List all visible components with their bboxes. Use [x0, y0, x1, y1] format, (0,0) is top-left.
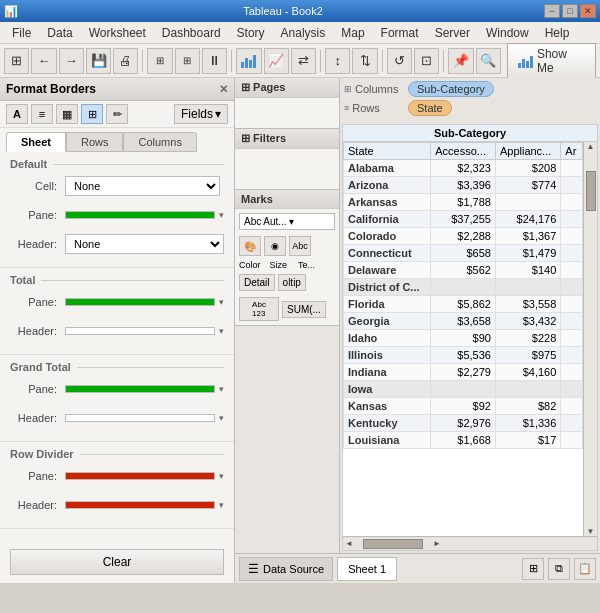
rows-pill[interactable]: State [408, 100, 452, 116]
pane-arrow-4[interactable]: ▾ [219, 471, 224, 481]
abc123-label: Abc123 [252, 300, 266, 318]
header-arrow-2[interactable]: ▾ [219, 326, 224, 336]
pin-button[interactable]: 📌 [448, 48, 473, 74]
sum-text-btn[interactable]: SUM(... [282, 301, 326, 318]
tab-rows[interactable]: Rows [66, 132, 124, 152]
swap-button[interactable]: ⇄ [291, 48, 316, 74]
cell-dropdown[interactable]: None [65, 176, 220, 196]
default-pane-row: Pane: ▾ [10, 203, 224, 227]
redo-button[interactable]: ⊞ [175, 48, 200, 74]
vertical-scrollbar[interactable]: ▲ ▼ [583, 142, 597, 536]
view-button[interactable]: 🔍 [476, 48, 501, 74]
header-control-1: None [65, 234, 224, 254]
font-btn[interactable]: A [6, 104, 28, 124]
bar-chart-button[interactable] [236, 48, 261, 74]
tab-columns[interactable]: Columns [123, 132, 196, 152]
lines-btn[interactable]: ✏ [106, 104, 128, 124]
tab-sheet[interactable]: Sheet [6, 132, 66, 152]
line-chart-button[interactable]: 📈 [264, 48, 289, 74]
col-art: Ar [561, 143, 583, 160]
sum-btn[interactable]: Abc123 [239, 297, 279, 321]
menu-analysis[interactable]: Analysis [273, 24, 334, 42]
fields-dropdown[interactable]: Fields ▾ [174, 104, 228, 124]
tooltip-label: oltip [283, 277, 301, 288]
tooltip-btn[interactable]: oltip [278, 274, 306, 291]
menu-dashboard[interactable]: Dashboard [154, 24, 229, 42]
pause-button[interactable]: ⏸ [202, 48, 227, 74]
refresh-button[interactable]: ↺ [387, 48, 412, 74]
menu-worksheet[interactable]: Worksheet [81, 24, 154, 42]
menu-window[interactable]: Window [478, 24, 537, 42]
scroll-down-arrow[interactable]: ▼ [587, 527, 595, 536]
col-accessories: Accesso... [431, 143, 496, 160]
shading-btn[interactable]: ▦ [56, 104, 78, 124]
print-button[interactable]: 🖨 [113, 48, 138, 74]
new-button[interactable]: ⊞ [4, 48, 29, 74]
scroll-thumb[interactable] [586, 171, 596, 211]
marks-panel: Marks Abc Aut... ▾ 🎨 [235, 190, 339, 326]
header-arrow-4[interactable]: ▾ [219, 500, 224, 510]
h-scroll-thumb[interactable] [363, 539, 423, 549]
table-row: Arkansas$1,788 [344, 194, 583, 211]
menu-server[interactable]: Server [427, 24, 478, 42]
duplicate-sheet-btn[interactable]: ⧉ [548, 558, 570, 580]
menu-map[interactable]: Map [333, 24, 372, 42]
columns-pill[interactable]: Sub-Category [408, 81, 494, 97]
sum-row: Abc123 SUM(... [239, 297, 335, 321]
filters-content [235, 149, 339, 189]
sheet-area: ⊞ Columns Sub-Category ≡ Rows [340, 78, 600, 553]
close-button[interactable]: ✕ [580, 4, 596, 18]
pane-color-1[interactable] [65, 211, 215, 219]
pane-arrow-2[interactable]: ▾ [219, 297, 224, 307]
sheet-1-tab[interactable]: Sheet 1 [337, 557, 397, 581]
horizontal-scrollbar[interactable]: ◄ ► [343, 536, 597, 550]
forward-button[interactable]: → [59, 48, 84, 74]
sort2-button[interactable]: ⇅ [352, 48, 377, 74]
size-btn[interactable]: ◉ [264, 236, 286, 256]
pane-arrow-3[interactable]: ▾ [219, 384, 224, 394]
menu-format[interactable]: Format [373, 24, 427, 42]
header-arrow-3[interactable]: ▾ [219, 413, 224, 423]
header-dropdown-1[interactable]: None [65, 234, 224, 254]
sort-button[interactable]: ↕ [325, 48, 350, 74]
back-button[interactable]: ← [31, 48, 56, 74]
align-btn[interactable]: ≡ [31, 104, 53, 124]
color-btn[interactable]: 🎨 [239, 236, 261, 256]
scroll-right-arrow[interactable]: ► [433, 539, 441, 548]
scroll-up-arrow[interactable]: ▲ [587, 142, 595, 151]
marks-type-btn[interactable]: Abc Aut... ▾ [239, 213, 335, 230]
border-btn[interactable]: ⊞ [81, 104, 103, 124]
paste-sheet-btn[interactable]: 📋 [574, 558, 596, 580]
text-btn[interactable]: Abc [289, 236, 311, 256]
save-button[interactable]: 💾 [86, 48, 111, 74]
menu-help[interactable]: Help [537, 24, 578, 42]
color-label: Color [239, 260, 261, 270]
minimize-button[interactable]: − [544, 4, 560, 18]
undo-button[interactable]: ⊞ [147, 48, 172, 74]
maximize-button[interactable]: □ [562, 4, 578, 18]
menu-file[interactable]: File [4, 24, 39, 42]
show-me-button[interactable]: Show Me [507, 43, 596, 79]
columns-label: Columns [355, 83, 398, 95]
pane-color-3[interactable] [65, 385, 215, 393]
format-panel-close[interactable]: ✕ [219, 83, 228, 96]
stop-button[interactable]: ⊡ [414, 48, 439, 74]
menu-story[interactable]: Story [229, 24, 273, 42]
state-cell: District of C... [344, 279, 431, 296]
menu-data[interactable]: Data [39, 24, 80, 42]
pane-control-1: ▾ [65, 210, 224, 220]
detail-btn[interactable]: Detail [239, 274, 275, 291]
header-color-4[interactable] [65, 501, 215, 509]
format-panel-toolbar: A ≡ ▦ ⊞ ✏ Fields ▾ [0, 101, 234, 128]
abc-icon: Abc [244, 216, 261, 227]
accessories-cell: $92 [431, 398, 496, 415]
pane-arrow-1[interactable]: ▾ [219, 210, 224, 220]
pane-color-4[interactable] [65, 472, 215, 480]
appliances-cell: $82 [495, 398, 560, 415]
data-source-tab[interactable]: ☰ Data Source [239, 557, 333, 581]
clear-button[interactable]: Clear [10, 549, 224, 575]
pane-color-2[interactable] [65, 298, 215, 306]
row-div-pane-row: Pane: ▾ [10, 464, 224, 488]
new-sheet-btn[interactable]: ⊞ [522, 558, 544, 580]
scroll-left-arrow[interactable]: ◄ [345, 539, 353, 548]
